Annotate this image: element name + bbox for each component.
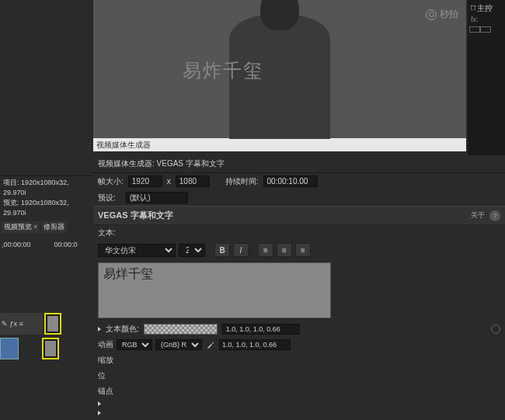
media-generator-panel: 视频媒体生成器: VEGAS 字幕和文字 帧大小: x 持续时间: 预设: VE… [93,155,505,420]
help-icon[interactable]: ? [489,210,500,221]
eyedropper-icon[interactable] [205,339,216,350]
time-mark: 00:00:0 [54,241,78,248]
about-link[interactable]: 关于 [471,210,485,220]
align-left-button[interactable]: ≡ [258,243,273,257]
box-icon[interactable]: □ [471,3,475,14]
preset-label: 预设: [98,193,121,203]
track-header[interactable]: ✎ ƒx ≡ [0,313,43,335]
align-right-button[interactable]: ≡ [295,243,311,257]
watermark-icon [426,9,437,20]
track-row [0,337,93,360]
overlay-text: 易炸千玺 [183,58,263,83]
bold-button[interactable]: B [214,243,230,257]
gamma-select[interactable]: (GnB) R [155,339,202,350]
position-label: 位 [98,370,106,381]
color-mode-select[interactable]: RGB [117,339,152,350]
left-panel: 项目: 1920x1080x32, 29.970i 预览: 1920x1080x… [0,155,93,420]
timeline-ruler[interactable]: ,00:00:00 00:00:0 [0,239,93,250]
master-control-panel: □ 主控 fx: [468,0,505,155]
selected-clip[interactable] [42,338,59,359]
x-separator: x [167,177,171,186]
text-color-label: 文本颜色: [106,324,139,335]
generator-header-name: VEGAS 字幕和文字 [157,159,225,168]
host-label: 主控 [477,3,493,14]
preset-input[interactable] [126,192,188,203]
tab-video-preview[interactable]: 视频预览× [2,221,40,233]
preview-resolution: 预览: 1920x1080x32, 29.970i [3,198,90,218]
preview-label-bar: 视频媒体生成器 [93,138,466,151]
video-preview: 秒拍 易炸千玺 视频媒体生成器 [93,0,466,151]
italic-button[interactable]: I [233,243,249,257]
color-value[interactable]: 1.0, 1.0, 1.0, 0.66 [222,324,300,335]
text-section-label: 文本: [98,227,116,238]
watermark: 秒拍 [426,8,458,21]
align-center-button[interactable]: ≡ [277,243,292,257]
plugin-title: VEGAS 字幕和文字 [98,210,173,221]
text-content-area[interactable]: 易烊千玺 [98,262,331,318]
reset-icon[interactable] [491,325,500,334]
frame-size-label: 帧大小: [98,176,124,187]
video-clip[interactable] [0,338,19,359]
color-swatch[interactable] [144,324,218,335]
time-mark: ,00:00:00 [2,241,31,248]
track-row: ✎ ƒx ≡ [0,312,93,335]
close-icon[interactable]: × [33,223,37,231]
level-ruler [475,31,499,148]
expand-icon[interactable] [98,411,101,415]
tab-trimmer[interactable]: 修剪器 [41,221,67,233]
project-resolution: 项目: 1920x1080x32, 29.970i [3,178,90,198]
animation-label: 动画 [98,339,113,350]
expand-icon[interactable] [98,401,101,406]
frame-width-input[interactable] [128,175,162,187]
duration-label: 持续时间: [225,176,259,187]
preview-frame: 秒拍 易炸千玺 [93,0,466,138]
watermark-text: 秒拍 [440,8,458,21]
color-values-input[interactable] [219,339,291,350]
generator-header-prefix: 视频媒体生成器: [98,159,155,168]
expand-icon[interactable] [98,327,101,331]
scale-label: 缩放 [98,355,113,366]
font-size-select[interactable]: 24 [179,244,205,257]
frame-height-input[interactable] [176,175,210,187]
font-family-select[interactable]: 华文仿宋 [98,244,176,257]
selected-clip[interactable] [44,313,61,335]
duration-input[interactable] [263,175,318,187]
anchor-label: 锚点 [98,386,113,397]
fx-label: fx: [471,16,479,23]
